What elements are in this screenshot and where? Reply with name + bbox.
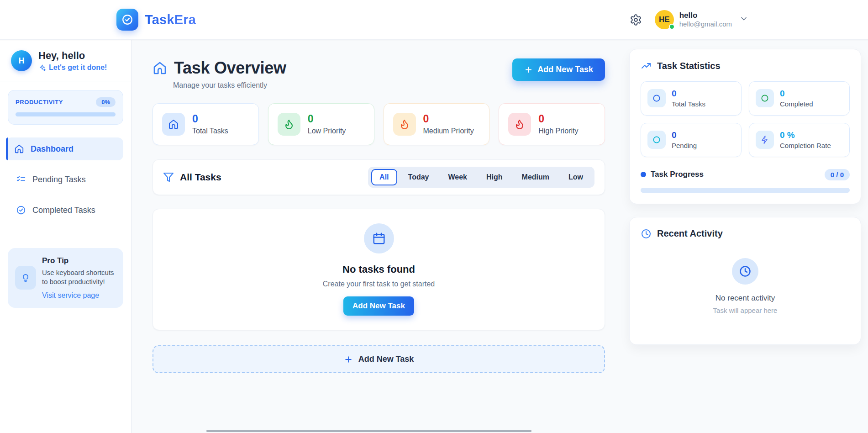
circle-icon bbox=[647, 89, 666, 107]
productivity-percent-badge: 0% bbox=[96, 97, 116, 107]
horizontal-scrollbar[interactable] bbox=[206, 430, 531, 432]
stat-value: 0 bbox=[192, 113, 228, 125]
progress-dot-icon bbox=[641, 172, 646, 177]
home-icon bbox=[14, 144, 24, 154]
page-title: Task Overview bbox=[174, 58, 286, 78]
calendar-icon bbox=[364, 223, 394, 253]
flame-icon bbox=[278, 113, 300, 136]
main-content: Task Overview Manage your tasks efficien… bbox=[132, 40, 630, 433]
settings-gear-icon[interactable] bbox=[629, 13, 643, 26]
sidebar-item-dashboard[interactable]: Dashboard bbox=[6, 137, 123, 160]
activity-title: Recent Activity bbox=[657, 228, 723, 239]
ministat-label: Completed bbox=[780, 100, 813, 108]
ministat-completion-rate: 0 % Completion Rate bbox=[749, 123, 850, 157]
user-menu[interactable]: HE hello hello@gmail.com bbox=[655, 10, 748, 29]
empty-state-subtitle: Create your first task to get started bbox=[323, 280, 435, 288]
tagline-text: Let's get it done! bbox=[49, 63, 107, 72]
page-subtitle: Manage your tasks efficiently bbox=[173, 81, 286, 90]
check-circle-icon bbox=[16, 205, 26, 215]
task-statistics-card: Task Statistics 0 Total Tasks bbox=[629, 49, 861, 204]
pro-tip-body: Use keyboard shortcuts to boost producti… bbox=[42, 268, 116, 287]
add-new-task-button[interactable]: Add New Task bbox=[512, 58, 605, 81]
tasks-section-title: All Tasks bbox=[180, 172, 221, 183]
priority-stats-row: 0 Total Tasks 0 Low Priority 0 bbox=[153, 103, 605, 145]
page-home-icon bbox=[153, 61, 167, 75]
filter-funnel-icon bbox=[163, 172, 174, 183]
sidebar-avatar: H bbox=[11, 50, 32, 71]
stat-card-total-tasks: 0 Total Tasks bbox=[153, 103, 259, 145]
logo-check-icon bbox=[116, 9, 138, 31]
filter-today[interactable]: Today bbox=[400, 169, 437, 185]
sidebar-nav: Dashboard Pending Tasks Completed Tasks bbox=[0, 137, 131, 222]
ministat-label: Total Tasks bbox=[672, 100, 705, 108]
pro-tip-title: Pro Tip bbox=[42, 256, 116, 265]
sidebar-item-completed-tasks[interactable]: Completed Tasks bbox=[8, 199, 123, 222]
stat-value: 0 bbox=[538, 113, 578, 125]
user-email: hello@gmail.com bbox=[679, 20, 732, 29]
ministat-label: Completion Rate bbox=[780, 142, 831, 149]
pro-tip-card: Pro Tip Use keyboard shortcuts to boost … bbox=[8, 248, 123, 308]
stat-label: Medium Priority bbox=[423, 127, 474, 135]
avatar-initials: HE bbox=[659, 15, 670, 24]
productivity-card: PRODUCTIVITY 0% bbox=[8, 90, 123, 125]
lightning-bolt-icon bbox=[756, 131, 774, 149]
empty-add-task-label: Add New Task bbox=[352, 301, 405, 311]
filter-medium[interactable]: Medium bbox=[514, 169, 558, 185]
stat-card-medium-priority: 0 Medium Priority bbox=[384, 103, 490, 145]
circle-icon bbox=[756, 89, 774, 107]
flame-icon bbox=[393, 113, 416, 136]
stat-card-low-priority: 0 Low Priority bbox=[268, 103, 374, 145]
sparkles-icon bbox=[38, 64, 46, 72]
chevron-down-icon[interactable] bbox=[739, 14, 748, 25]
statistics-grid: 0 Total Tasks 0 Completed bbox=[641, 81, 850, 157]
filter-week[interactable]: Week bbox=[440, 169, 475, 185]
flame-icon bbox=[508, 113, 531, 136]
dashed-add-task-button[interactable]: Add New Task bbox=[153, 345, 605, 373]
productivity-label: PRODUCTIVITY bbox=[16, 99, 63, 106]
all-tasks-bar: All Tasks All Today Week High Medium Low bbox=[153, 159, 605, 195]
stat-value: 0 bbox=[308, 113, 346, 125]
stat-value: 0 bbox=[423, 113, 474, 125]
circle-icon bbox=[647, 131, 666, 149]
filter-all[interactable]: All bbox=[371, 169, 397, 185]
nav-label: Pending Tasks bbox=[32, 175, 86, 185]
user-name: hello bbox=[679, 11, 732, 20]
trending-up-icon bbox=[641, 60, 652, 71]
checklist-icon bbox=[16, 174, 26, 185]
add-new-task-label: Add New Task bbox=[537, 65, 593, 74]
visit-service-link[interactable]: Visit service page bbox=[42, 291, 99, 300]
header-actions: HE hello hello@gmail.com bbox=[629, 10, 748, 29]
filter-high[interactable]: High bbox=[478, 169, 511, 185]
stat-card-high-priority: 0 High Priority bbox=[499, 103, 605, 145]
productivity-progressbar bbox=[16, 112, 116, 116]
app-logo[interactable]: TaskEra bbox=[116, 9, 196, 31]
clock-icon bbox=[732, 258, 758, 285]
tasks-empty-panel: No tasks found Create your first task to… bbox=[153, 209, 605, 330]
ministat-total-tasks: 0 Total Tasks bbox=[641, 81, 742, 116]
task-progress-row: Task Progress 0 / 0 bbox=[641, 169, 850, 180]
plus-icon bbox=[344, 355, 353, 364]
lightbulb-icon bbox=[15, 266, 36, 290]
stat-label: Total Tasks bbox=[192, 127, 228, 135]
sidebar-divider bbox=[0, 81, 131, 81]
stat-label: High Priority bbox=[538, 127, 578, 135]
ministat-value: 0 bbox=[672, 89, 705, 99]
ministat-completed: 0 Completed bbox=[749, 81, 850, 116]
task-progress-count-badge: 0 / 0 bbox=[825, 169, 850, 180]
right-panel: Task Statistics 0 Total Tasks bbox=[629, 40, 861, 433]
task-filter-group: All Today Week High Medium Low bbox=[368, 167, 594, 188]
nav-label: Dashboard bbox=[31, 144, 74, 154]
plus-icon bbox=[524, 65, 533, 74]
ministat-value: 0 bbox=[672, 131, 697, 140]
sidebar-user-block: H Hey, hello Let's get it done! bbox=[0, 40, 131, 81]
ministat-pending: 0 Pending bbox=[641, 123, 742, 157]
online-status-dot bbox=[669, 24, 675, 30]
user-avatar: HE bbox=[655, 10, 674, 29]
sidebar-item-pending-tasks[interactable]: Pending Tasks bbox=[8, 168, 123, 191]
filter-low[interactable]: Low bbox=[560, 169, 591, 185]
empty-state-title: No tasks found bbox=[342, 264, 415, 275]
ministat-value: 0 bbox=[780, 89, 813, 99]
empty-add-task-button[interactable]: Add New Task bbox=[343, 296, 414, 316]
home-icon bbox=[162, 113, 185, 136]
stat-label: Low Priority bbox=[308, 127, 346, 135]
